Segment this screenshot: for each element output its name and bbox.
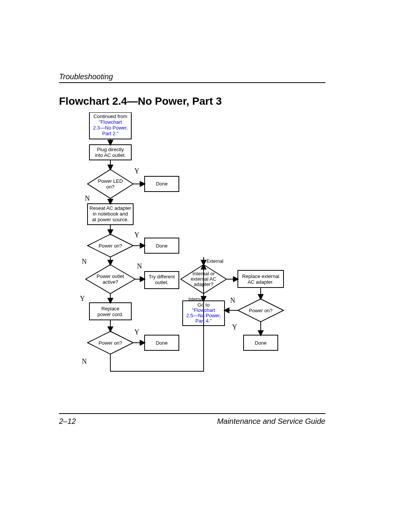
text: AC adapter. xyxy=(248,279,274,285)
text: Power on? xyxy=(99,243,122,249)
text: on? xyxy=(106,184,115,190)
label-y: Y xyxy=(80,295,85,302)
label-n: N xyxy=(82,258,87,265)
text: Try different xyxy=(149,274,175,280)
document-page: Troubleshooting Flowchart 2.4—No Power, … xyxy=(0,0,411,532)
section-header: Troubleshooting xyxy=(59,72,113,81)
text: adapter? xyxy=(194,281,213,287)
page-number: 2–12 xyxy=(59,417,76,426)
text: at power source. xyxy=(92,217,129,222)
text: Power LED xyxy=(98,178,123,184)
text: in notebook and xyxy=(93,211,128,217)
label-n: N xyxy=(85,195,90,202)
label-n: N xyxy=(137,262,142,270)
label-y: Y xyxy=(134,167,139,175)
link-flowchart-2-5[interactable]: Part 4." xyxy=(196,318,212,324)
text: Internal or xyxy=(193,271,215,276)
label-n: N xyxy=(230,297,235,304)
flowchart: Continued from "Flowchart 2.3—No Power, … xyxy=(59,112,325,406)
header-rule xyxy=(59,82,325,83)
text: active? xyxy=(102,279,118,285)
text: Continued from xyxy=(94,113,127,119)
text: Power on? xyxy=(99,340,122,346)
label-n: N xyxy=(82,358,87,365)
book-title: Maintenance and Service Guide xyxy=(217,417,325,426)
label-y: Y xyxy=(134,231,139,239)
label-y: Y xyxy=(134,328,139,336)
text: power cord. xyxy=(97,312,123,317)
text: Done xyxy=(255,340,266,346)
text: Done xyxy=(156,340,167,346)
text: Done xyxy=(156,243,167,249)
link-flowchart-2-3[interactable]: Part 2." xyxy=(102,131,119,136)
text: Reseat AC adapter xyxy=(89,205,132,211)
text: outlet. xyxy=(155,280,168,285)
text: Go to xyxy=(198,302,210,308)
text: Power on? xyxy=(249,308,272,313)
text: Plug directly xyxy=(97,147,124,152)
footer-rule xyxy=(59,413,325,414)
text: Power outlet xyxy=(97,273,124,279)
text: Replace xyxy=(101,306,119,312)
text: Done xyxy=(156,181,167,187)
link-flowchart-2-3[interactable]: 2.3—No Power, xyxy=(93,125,127,131)
link-flowchart-2-5[interactable]: 2.5—No Power, xyxy=(186,313,221,318)
page-title: Flowchart 2.4—No Power, Part 3 xyxy=(59,95,222,107)
link-flowchart-2-5[interactable]: "Flowchart xyxy=(192,307,215,313)
link-flowchart-2-3[interactable]: "Flowchart xyxy=(99,119,122,125)
text: external AC xyxy=(191,276,216,282)
label-external: External xyxy=(207,259,223,264)
label-y: Y xyxy=(232,323,237,331)
text: Replace external xyxy=(242,273,279,279)
text: into AC outlet. xyxy=(95,152,126,158)
